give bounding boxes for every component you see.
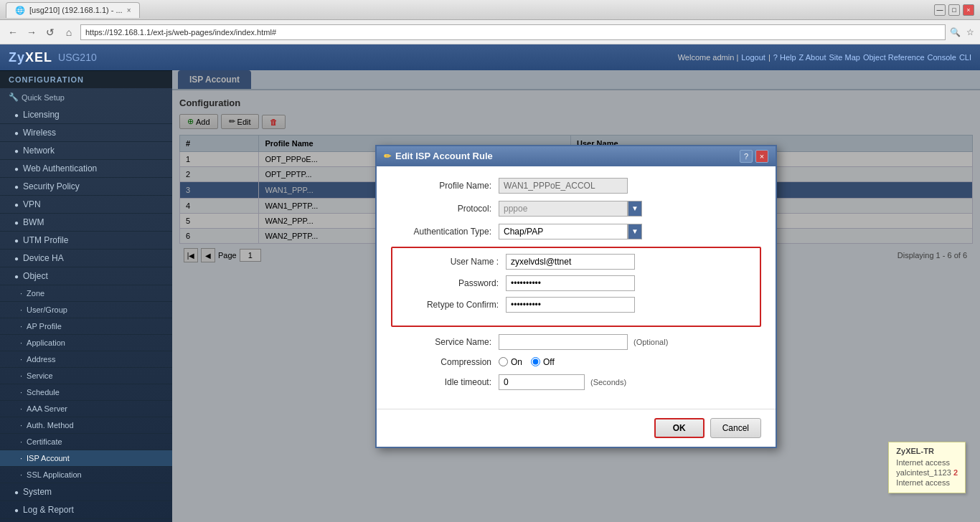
- dialog-title: Edit ISP Account Rule: [395, 151, 493, 161]
- content-area: ISP Account Configuration ⊕ Add ✏ Edit 🗑: [172, 70, 980, 522]
- dash-icon-certificate: ·: [20, 437, 22, 446]
- sidebar-item-secpolicy[interactable]: ● Security Policy: [0, 178, 172, 196]
- authtype-input[interactable]: [499, 224, 628, 239]
- circle-icon-wireless: ●: [14, 129, 19, 137]
- help-link[interactable]: ? Help: [773, 53, 796, 62]
- retype-input[interactable]: [506, 297, 635, 313]
- dash-icon-usergroup: ·: [20, 305, 22, 314]
- sidebar-item-licensing[interactable]: ● Licensing: [0, 106, 172, 124]
- sidebar-label-network: Network: [23, 146, 55, 156]
- sidebar-label-webauth: Web Authentication: [23, 163, 97, 174]
- quick-setup-btn[interactable]: 🔧 Quick Setup: [0, 88, 172, 106]
- form-row-compression: Compression On Off: [391, 357, 761, 367]
- cancel-button[interactable]: Cancel: [710, 418, 761, 438]
- idletimeout-input[interactable]: [499, 374, 585, 390]
- authtype-dropdown-arrow[interactable]: ▼: [628, 224, 642, 239]
- ok-button[interactable]: OK: [654, 418, 705, 438]
- circle-icon-webauth: ●: [14, 165, 19, 173]
- maximize-btn[interactable]: □: [948, 4, 960, 16]
- sidebar-item-approfile[interactable]: · AP Profile: [0, 318, 172, 335]
- tab-close-btn[interactable]: ×: [127, 6, 131, 14]
- circle-icon-vpn: ●: [14, 201, 19, 209]
- sidebar-label-service: Service: [27, 371, 53, 380]
- sidebar-item-object[interactable]: ● Object: [0, 267, 172, 285]
- sidebar-item-webauth[interactable]: ● Web Authentication: [0, 160, 172, 178]
- sidebar-item-sslapplication[interactable]: · SSL Application: [0, 467, 172, 483]
- circle-icon-log: ●: [14, 506, 19, 514]
- search-icon: 🔍: [950, 27, 961, 37]
- dialog-close-btn[interactable]: ×: [755, 150, 768, 163]
- logout-link[interactable]: Logout: [741, 53, 765, 62]
- sidebar-item-address[interactable]: · Address: [0, 351, 172, 368]
- back-btn[interactable]: ←: [6, 25, 20, 39]
- sidebar-item-vpn[interactable]: ● VPN: [0, 196, 172, 214]
- sidebar-item-bwm[interactable]: ● BWM: [0, 214, 172, 232]
- sidebar-item-log[interactable]: ● Log & Report: [0, 501, 172, 519]
- dash-icon-aaa: ·: [20, 404, 22, 413]
- sidebar-item-service[interactable]: · Service: [0, 368, 172, 384]
- close-btn[interactable]: ×: [963, 4, 974, 16]
- sidebar-item-application[interactable]: · Application: [0, 335, 172, 351]
- tab-favicon: 🌐: [15, 6, 25, 15]
- sidebar-item-network[interactable]: ● Network: [0, 142, 172, 160]
- form-row-profilename: Profile Name:: [391, 178, 761, 194]
- profilename-input[interactable]: [499, 178, 628, 194]
- quick-setup-icon: 🔧: [9, 92, 19, 102]
- sidebar-label-application: Application: [27, 338, 65, 347]
- address-input[interactable]: [80, 24, 946, 40]
- servicename-input[interactable]: [499, 334, 628, 350]
- username-label: User Name :: [398, 257, 506, 267]
- protocol-select-wrapper: ▼: [499, 201, 642, 217]
- compression-on-option[interactable]: On: [499, 357, 522, 367]
- sidebar-label-sslapplication: SSL Application: [27, 470, 82, 479]
- dash-icon-service: ·: [20, 371, 22, 380]
- sidebar-item-zone[interactable]: · Zone: [0, 285, 172, 302]
- address-bar-row: ← → ↺ ⌂ 🔍 ☆: [0, 20, 980, 44]
- tooltip-item1-count: 2: [953, 468, 958, 477]
- home-btn[interactable]: ⌂: [62, 25, 76, 39]
- minimize-btn[interactable]: —: [934, 4, 946, 16]
- console-link[interactable]: Console: [928, 53, 956, 62]
- tooltip-box: ZyXEL-TR Internet access yalcintest_1123…: [888, 442, 966, 493]
- browser-titlebar: 🌐 [usg210] (192.168.1.1) - ... × — □ ×: [0, 0, 980, 20]
- dialog-help-btn[interactable]: ?: [740, 150, 753, 163]
- compression-off-option[interactable]: Off: [531, 357, 555, 367]
- sidebar-item-schedule[interactable]: · Schedule: [0, 384, 172, 401]
- refresh-btn[interactable]: ↺: [43, 25, 57, 39]
- password-input[interactable]: [506, 275, 635, 291]
- dash-icon-ispaccount: ·: [20, 454, 22, 462]
- about-link[interactable]: Z About: [799, 53, 826, 62]
- sidebar: CONFIGURATION 🔧 Quick Setup ● Licensing …: [0, 70, 172, 522]
- sidebar-item-usergroup[interactable]: · User/Group: [0, 302, 172, 318]
- sidebar-item-utm[interactable]: ● UTM Profile: [0, 232, 172, 250]
- username-input[interactable]: [506, 254, 635, 270]
- circle-icon-bwm: ●: [14, 219, 19, 227]
- protocol-dropdown-arrow[interactable]: ▼: [628, 201, 642, 217]
- servicename-label: Service Name:: [391, 337, 499, 347]
- sidebar-item-ispaccount[interactable]: · ISP Account: [0, 450, 172, 467]
- sitemap-link[interactable]: Site Map: [829, 53, 859, 62]
- cli-link[interactable]: CLI: [959, 53, 971, 62]
- sidebar-item-aaa[interactable]: · AAA Server: [0, 401, 172, 417]
- sidebar-item-wireless[interactable]: ● Wireless: [0, 124, 172, 142]
- retype-label: Retype to Confirm:: [398, 300, 506, 310]
- tooltip-item2: Internet access: [896, 478, 958, 487]
- sidebar-label-utm: UTM Profile: [23, 235, 68, 245]
- compression-on-radio[interactable]: [499, 357, 508, 366]
- sidebar-section-config: CONFIGURATION: [0, 70, 172, 88]
- idletimeout-label: Idle timeout:: [391, 377, 499, 387]
- sidebar-label-system: System: [23, 487, 52, 497]
- compression-off-radio[interactable]: [531, 357, 540, 366]
- sidebar-item-authmethod[interactable]: · Auth. Method: [0, 417, 172, 434]
- sidebar-item-system[interactable]: ● System: [0, 483, 172, 501]
- browser-tab[interactable]: 🌐 [usg210] (192.168.1.1) - ... ×: [6, 2, 140, 18]
- sidebar-label-ha: Device HA: [23, 253, 64, 263]
- sidebar-item-certificate[interactable]: · Certificate: [0, 434, 172, 450]
- objref-link[interactable]: Object Reference: [863, 53, 925, 62]
- dialog-body: Profile Name: Protocol: ▼ Authentication…: [377, 166, 776, 409]
- sidebar-label-approfile: AP Profile: [27, 322, 62, 331]
- forward-btn[interactable]: →: [24, 25, 39, 39]
- sidebar-item-deviceha[interactable]: ● Device HA: [0, 250, 172, 267]
- sidebar-label-certificate: Certificate: [27, 437, 62, 446]
- tooltip-item1: yalcintest_1123 2: [896, 468, 958, 477]
